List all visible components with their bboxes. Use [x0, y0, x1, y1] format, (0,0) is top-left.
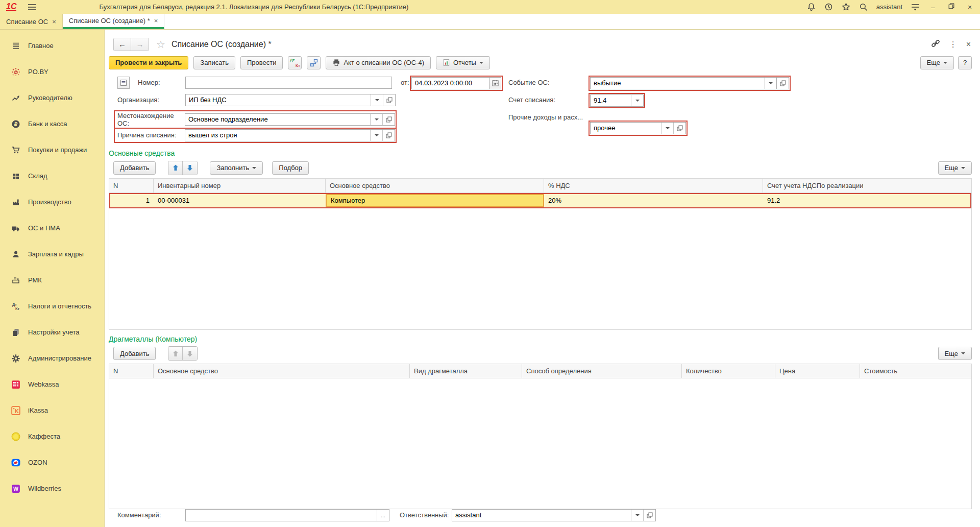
sidebar-item-poby[interactable]: PO.BY	[0, 59, 104, 85]
sidebar-item-glavnoe[interactable]: Главное	[0, 33, 104, 59]
assets-more-button[interactable]: Еще	[938, 161, 972, 175]
tab-spisanie-os-create[interactable]: Списание ОС (создание) * ×	[63, 14, 165, 29]
reason-select[interactable]: вышел из строя	[185, 129, 395, 141]
sidebar-item-nalogi[interactable]: ДтКт Налоги и отчетность	[0, 293, 104, 319]
sidebar-item-rmk[interactable]: РМК	[0, 267, 104, 293]
notifications-bell-icon[interactable]	[807, 3, 816, 12]
dropdown-button[interactable]	[631, 510, 643, 521]
reports-button[interactable]: Отчеты	[436, 56, 490, 69]
col-asset[interactable]: Основное средство	[154, 364, 410, 378]
col-n[interactable]: N	[109, 179, 154, 193]
comment-input-group[interactable]: ...	[185, 509, 389, 521]
sidebar-item-proizvodstvo[interactable]: Производство	[0, 189, 104, 215]
favorite-star-icon[interactable]: ☆	[156, 38, 165, 51]
metals-more-button[interactable]: Еще	[938, 347, 972, 360]
cell-vat[interactable]: 20%	[544, 194, 763, 207]
move-up-button[interactable]	[168, 161, 183, 175]
forward-button[interactable]: →	[131, 38, 149, 51]
writeoff-account-select[interactable]: 91.4	[590, 94, 644, 107]
assets-table-row[interactable]: 1 00-000031 Компьютер 20% 91.2	[109, 193, 971, 208]
col-vat[interactable]: % НДС	[544, 179, 763, 193]
metals-add-button[interactable]: Добавить	[113, 347, 156, 360]
other-income-select[interactable]: прочее	[590, 122, 686, 134]
sidebar-item-bank-kassa[interactable]: ₽ Банк и касса	[0, 111, 104, 137]
post-button[interactable]: Провести	[240, 56, 283, 69]
sidebar-item-ikassa[interactable]: K iKassa	[0, 397, 104, 423]
history-icon[interactable]	[824, 3, 834, 12]
cell-vat-account[interactable]: 91.2	[763, 194, 970, 207]
cell-n[interactable]: 1	[110, 194, 154, 207]
sidebar-item-webkassa[interactable]: Webkassa	[0, 371, 104, 397]
open-button[interactable]	[383, 94, 395, 106]
dtkt-button[interactable]: ДтКт	[288, 56, 302, 69]
metals-table-empty-area[interactable]	[109, 378, 971, 509]
calendar-button[interactable]	[489, 77, 501, 89]
location-select[interactable]: Основное подразделение	[185, 113, 395, 126]
kebab-menu-button[interactable]: ⋮	[949, 40, 957, 49]
move-down-button[interactable]	[183, 161, 197, 175]
sidebar-item-wildberries[interactable]: W Wildberries	[0, 475, 104, 501]
col-vat-account[interactable]: Счет учета НДСПо реализации	[763, 179, 971, 193]
cell-asset-active[interactable]: Компьютер	[326, 194, 544, 207]
dropdown-button[interactable]	[371, 94, 383, 106]
sidebar-item-rukovoditelyu[interactable]: Руководителю	[0, 85, 104, 111]
open-button[interactable]	[643, 510, 655, 521]
assets-table-empty-area[interactable]	[109, 208, 971, 329]
sidebar-item-ozon[interactable]: OZON	[0, 449, 104, 475]
metals-move-down-button[interactable]	[183, 347, 197, 360]
col-cost[interactable]: Стоимость	[860, 364, 971, 378]
search-icon[interactable]	[859, 3, 868, 12]
open-button[interactable]	[777, 77, 789, 89]
sidebar-item-sklad[interactable]: Склад	[0, 163, 104, 189]
tab-close-icon[interactable]: ×	[154, 17, 158, 25]
responsible-select[interactable]: assistant	[452, 509, 656, 521]
back-button[interactable]: ←	[114, 38, 131, 51]
close-window-button[interactable]: ×	[965, 3, 975, 11]
pick-button[interactable]: Подбор	[272, 161, 309, 175]
assets-add-button[interactable]: Добавить	[113, 161, 156, 175]
comment-input[interactable]	[186, 510, 377, 521]
dropdown-button[interactable]	[370, 130, 382, 141]
col-inventory-number[interactable]: Инвентарный номер	[154, 179, 326, 193]
more-button[interactable]: Еще	[920, 56, 954, 69]
open-button[interactable]	[673, 123, 685, 134]
col-metal-type[interactable]: Вид драгметалла	[410, 364, 522, 378]
metals-move-up-button[interactable]	[168, 347, 183, 360]
sidebar-item-os-nma[interactable]: ОС и НМА	[0, 215, 104, 241]
dropdown-button[interactable]	[631, 95, 643, 106]
col-price[interactable]: Цена	[775, 364, 860, 378]
col-asset[interactable]: Основное средство	[326, 179, 544, 193]
cell-inventory-number[interactable]: 00-000031	[154, 194, 326, 207]
sidebar-item-pokupki-prodazhi[interactable]: Покупки и продажи	[0, 137, 104, 163]
dropdown-button[interactable]	[765, 77, 777, 89]
main-menu-icon[interactable]	[28, 4, 37, 11]
number-input[interactable]	[185, 77, 392, 89]
act-print-button[interactable]: Акт о списании ОС (ОС-4)	[326, 56, 431, 69]
user-menu-icon[interactable]	[911, 3, 920, 12]
dropdown-button[interactable]	[370, 114, 382, 125]
col-method[interactable]: Способ определения	[522, 364, 682, 378]
tab-spisanie-os[interactable]: Списание ОС ×	[0, 14, 63, 29]
link-icon[interactable]	[931, 39, 940, 50]
number-settings-button[interactable]	[117, 77, 130, 89]
open-button[interactable]	[382, 130, 395, 141]
close-form-button[interactable]: ×	[966, 40, 971, 49]
post-and-close-button[interactable]: Провести и закрыть	[109, 56, 188, 69]
fill-button[interactable]: Заполнить	[210, 161, 263, 175]
favorites-star-icon[interactable]	[842, 3, 851, 12]
dropdown-button[interactable]	[661, 123, 673, 134]
posting-structure-button[interactable]	[307, 56, 321, 69]
organization-select[interactable]: ИП без НДС	[185, 94, 396, 106]
sidebar-item-zarplata-kadry[interactable]: Зарплата и кадры	[0, 241, 104, 267]
col-n[interactable]: N	[109, 364, 154, 378]
comment-ellipsis-button[interactable]: ...	[377, 510, 389, 521]
event-select[interactable]: выбытие	[590, 77, 789, 89]
sidebar-item-nastroiki-ucheta[interactable]: Настройки учета	[0, 319, 104, 345]
restore-button[interactable]	[946, 3, 957, 11]
sidebar-item-kaffesta[interactable]: Каффеста	[0, 423, 104, 449]
date-input[interactable]: 04.03.2023 0:00:00	[411, 77, 489, 89]
sidebar-item-administrirovanie[interactable]: Администрирование	[0, 345, 104, 371]
tab-close-icon[interactable]: ×	[52, 18, 56, 26]
open-button[interactable]	[382, 114, 395, 125]
minimize-button[interactable]: –	[928, 3, 938, 11]
